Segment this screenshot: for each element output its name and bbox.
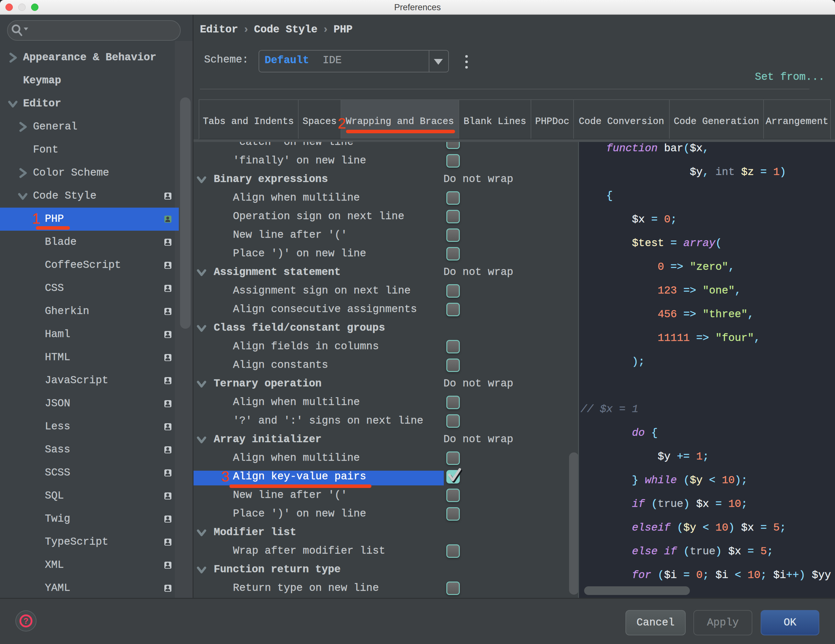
svg-text:?: ? bbox=[23, 616, 28, 625]
